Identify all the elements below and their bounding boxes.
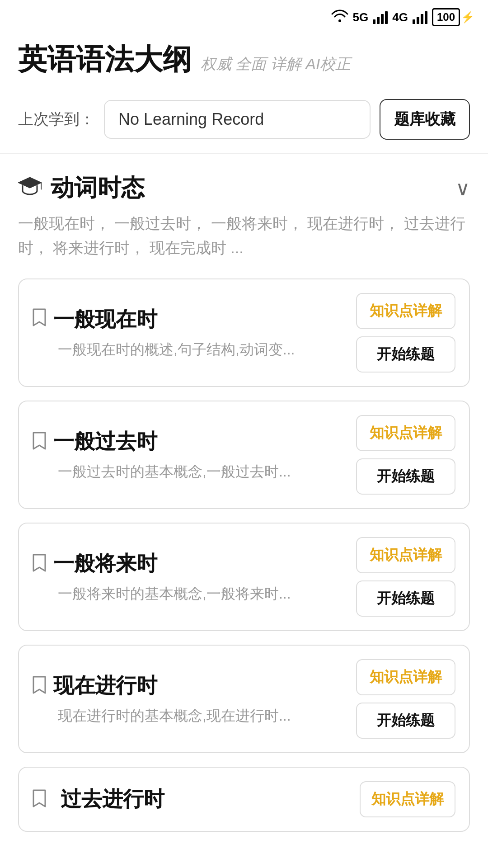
topic-card: 一般现在时 一般现在时的概述,句子结构,动词变... 知识点详解 开始练题 xyxy=(18,278,470,387)
battery-icon: 100 ⚡ xyxy=(432,8,474,26)
practice-button-1[interactable]: 开始练题 xyxy=(356,336,455,373)
topic-title-5: 过去进行时 xyxy=(61,785,164,813)
signal-bars-2-icon xyxy=(413,10,427,24)
bookmark-icon xyxy=(33,432,46,452)
bookmark-icon xyxy=(33,789,46,809)
practice-button-3[interactable]: 开始练题 xyxy=(356,580,455,617)
topic-title-2: 一般过去时 xyxy=(53,428,157,456)
topic-desc-1: 一般现在时的概述,句子结构,动词变... xyxy=(58,340,343,360)
category-title: 动词时态 xyxy=(51,172,145,204)
bookmark-icon xyxy=(33,676,46,696)
detail-button-2[interactable]: 知识点详解 xyxy=(356,415,455,451)
topic-title-4: 现在进行时 xyxy=(53,672,157,700)
section-divider xyxy=(0,153,488,154)
topic-card: 现在进行时 现在进行时的基本概念,现在进行时... 知识点详解 开始练题 xyxy=(18,645,470,753)
question-bank-button[interactable]: 题库收藏 xyxy=(380,99,470,140)
page-subtitle: 权威 全面 详解 AI校正 xyxy=(201,54,351,75)
topic-title-row: 一般将来时 xyxy=(33,550,343,578)
signal-5g-icon: 5G xyxy=(353,10,369,24)
signal-4g-icon: 4G xyxy=(392,10,408,24)
topic-card-left: 现在进行时 现在进行时的基本概念,现在进行时... xyxy=(33,672,356,726)
category-section: 动词时态 ∨ 一般现在时， 一般过去时， 一般将来时， 现在进行时， 过去进行时… xyxy=(0,172,488,832)
topic-partial-title-row: 过去进行时 xyxy=(33,785,164,813)
topic-title-1: 一般现在时 xyxy=(53,306,157,334)
detail-button-5[interactable]: 知识点详解 xyxy=(360,781,455,817)
topic-title-row: 一般现在时 xyxy=(33,306,343,334)
bookmark-icon xyxy=(33,554,46,574)
topic-desc-2: 一般过去时的基本概念,一般过去时... xyxy=(58,462,343,482)
signal-bars-icon xyxy=(373,10,388,24)
category-icon xyxy=(18,175,42,201)
topic-list: 一般现在时 一般现在时的概述,句子结构,动词变... 知识点详解 开始练题 一般… xyxy=(18,278,470,753)
topic-card-right: 知识点详解 开始练题 xyxy=(356,659,455,739)
header: 英语语法大纲 权威 全面 详解 AI校正 xyxy=(0,31,488,90)
topic-card-left: 一般过去时 一般过去时的基本概念,一般过去时... xyxy=(33,428,356,482)
topic-desc-4: 现在进行时的基本概念,现在进行时... xyxy=(58,706,343,726)
topic-card-partial: 过去进行时 知识点详解 xyxy=(18,767,470,832)
detail-button-4[interactable]: 知识点详解 xyxy=(356,659,455,695)
last-learned-section: 上次学到： No Learning Record 题库收藏 xyxy=(0,90,488,153)
detail-button-3[interactable]: 知识点详解 xyxy=(356,537,455,573)
topic-card: 一般将来时 一般将来时的基本概念,一般将来时... 知识点详解 开始练题 xyxy=(18,523,470,631)
wifi-icon xyxy=(331,9,348,26)
topic-card-right: 知识点详解 开始练题 xyxy=(356,537,455,617)
category-title-row: 动词时态 xyxy=(18,172,145,204)
status-icons: 5G 4G 100 ⚡ xyxy=(331,8,474,26)
last-learned-label: 上次学到： xyxy=(18,109,95,130)
practice-button-2[interactable]: 开始练题 xyxy=(356,458,455,495)
topic-card: 一般过去时 一般过去时的基本概念,一般过去时... 知识点详解 开始练题 xyxy=(18,401,470,509)
practice-button-4[interactable]: 开始练题 xyxy=(356,703,455,739)
last-learned-display: No Learning Record xyxy=(104,100,371,139)
bookmark-icon xyxy=(33,308,46,330)
topic-card-right: 知识点详解 开始练题 xyxy=(356,293,455,373)
status-bar: 5G 4G 100 ⚡ xyxy=(0,0,488,31)
topic-title-row: 一般过去时 xyxy=(33,428,343,456)
detail-button-1[interactable]: 知识点详解 xyxy=(356,293,455,329)
topic-card-left: 一般将来时 一般将来时的基本概念,一般将来时... xyxy=(33,550,356,604)
svg-marker-0 xyxy=(18,177,42,188)
charging-icon: ⚡ xyxy=(461,11,474,24)
topic-card-right: 知识点详解 开始练题 xyxy=(356,415,455,495)
topic-desc-3: 一般将来时的基本概念,一般将来时... xyxy=(58,584,343,604)
category-header: 动词时态 ∨ xyxy=(18,172,470,204)
topic-card-partial-top: 过去进行时 知识点详解 xyxy=(33,781,455,817)
topic-title-row: 现在进行时 xyxy=(33,672,343,700)
page-title: 英语语法大纲 xyxy=(18,40,192,79)
chevron-down-icon[interactable]: ∨ xyxy=(455,177,470,200)
topic-title-3: 一般将来时 xyxy=(53,550,157,578)
topic-card-left: 一般现在时 一般现在时的概述,句子结构,动词变... xyxy=(33,306,356,360)
category-description: 一般现在时， 一般过去时， 一般将来时， 现在进行时， 过去进行时， 将来进行时… xyxy=(18,211,470,260)
